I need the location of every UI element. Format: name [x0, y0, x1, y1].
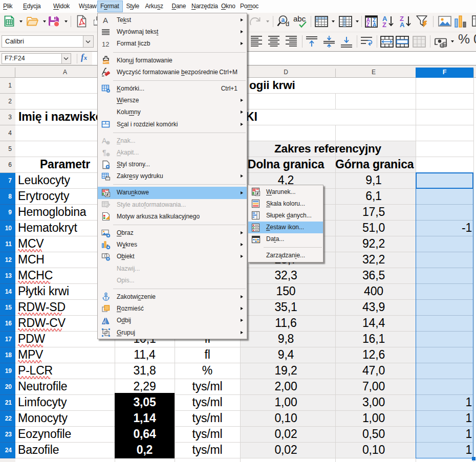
svg-text:A: A — [103, 16, 108, 25]
svg-text:abc: abc — [293, 15, 306, 23]
svg-text:A: A — [102, 137, 107, 145]
svg-text:Z: Z — [366, 22, 370, 28]
svg-text:Z: Z — [382, 21, 386, 28]
svg-text:d: d — [286, 20, 289, 28]
svg-text:12: 12 — [102, 40, 109, 48]
svg-text:A: A — [400, 21, 405, 28]
svg-text:a: a — [282, 16, 285, 24]
svg-text:¶: ¶ — [102, 148, 106, 157]
svg-text:A: A — [373, 22, 376, 28]
